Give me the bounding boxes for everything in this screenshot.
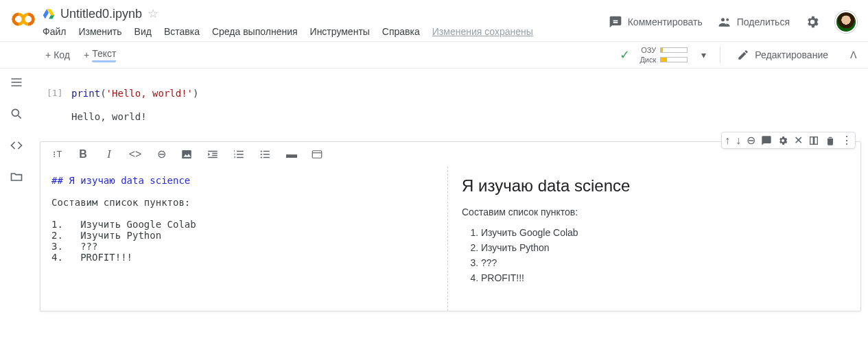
divider [720, 47, 720, 63]
md-heading-line: ## Я изучаю data science [51, 175, 190, 186]
indent-icon[interactable] [207, 148, 220, 161]
cell-action-bar: ↑ ↓ ⊖ ✕ ⋮ [721, 132, 856, 149]
plus-icon: + [45, 49, 51, 60]
toc-icon[interactable] [10, 75, 23, 89]
runtime-dropdown[interactable]: ▾ [694, 49, 713, 60]
horizontal-rule-icon[interactable]: ▬ [285, 148, 298, 161]
preview-heading: Я изучаю data science [462, 176, 847, 196]
menu-help[interactable]: Справка [382, 26, 420, 37]
menu-insert[interactable]: Вставка [164, 26, 200, 37]
cell-prompt: [1] [47, 88, 71, 99]
svg-rect-10 [810, 137, 814, 144]
ram-label: ОЗУ [641, 46, 656, 54]
share-label: Поделиться [737, 16, 790, 27]
menu-bar: Файл Изменить Вид Вставка Среда выполнен… [43, 23, 609, 37]
colab-logo [11, 7, 36, 32]
star-icon[interactable]: ☆ [148, 6, 159, 21]
svg-point-8 [726, 19, 729, 21]
menu-runtime[interactable]: Среда выполнения [212, 26, 298, 37]
ram-bar [660, 47, 688, 53]
title-area: Untitled0.ipynb ☆ Файл Изменить Вид Вста… [43, 4, 609, 37]
preview-paragraph: Составим список пунктов: [462, 206, 847, 217]
insert-link-icon[interactable]: ⊖ [154, 147, 168, 161]
markdown-preview: Я изучаю data science Составим список пу… [448, 167, 860, 311]
link-cell-icon[interactable]: ⊖ [747, 134, 755, 147]
resource-meter[interactable]: ОЗУ Диск [640, 46, 688, 64]
more-cell-icon[interactable]: ⋮ [841, 134, 852, 147]
share-button[interactable]: Поделиться [718, 15, 790, 29]
add-comment-icon[interactable] [761, 134, 772, 147]
snippets-icon[interactable] [10, 139, 23, 152]
avatar[interactable] [835, 11, 857, 33]
settings-button[interactable] [805, 14, 820, 29]
left-rail [0, 69, 33, 343]
add-text-button[interactable]: + Текст [77, 44, 123, 67]
add-code-button[interactable]: + Код [38, 45, 77, 64]
list-item: PROFIT!!! [481, 272, 847, 283]
mirror-cell-icon[interactable] [808, 134, 819, 147]
svg-point-15 [261, 153, 262, 154]
md-para-line: Составим список пунктов: [51, 197, 190, 208]
cell-settings-icon[interactable] [777, 134, 788, 147]
add-code-label: Код [54, 49, 70, 60]
add-text-label: Текст [92, 48, 116, 62]
md-list-item: 1. Изучить Google Colab [51, 219, 196, 230]
code-format-icon[interactable]: <> [128, 148, 142, 161]
workspace: [1] print('Hello, world!') Hello, world!… [0, 69, 868, 343]
move-up-icon[interactable]: ↑ [725, 134, 730, 147]
move-down-icon[interactable]: ↓ [736, 134, 741, 147]
md-list-item: 3. ??? [51, 241, 97, 252]
menu-edit[interactable]: Изменить [78, 26, 121, 37]
svg-rect-12 [182, 150, 191, 158]
edit-cell-icon[interactable]: ✕ [794, 134, 803, 147]
bold-icon[interactable]: B [76, 148, 90, 161]
md-list-item: 2. Изучить Python [51, 230, 161, 241]
list-item: Изучить Python [481, 242, 847, 253]
menu-view[interactable]: Вид [134, 26, 152, 37]
notebook-toolbar: + Код + Текст ✓ ОЗУ Диск ▾ Редактировани… [0, 41, 868, 69]
list-item: Изучить Google Colab [481, 227, 847, 238]
connected-check-icon: ✓ [620, 47, 630, 62]
editing-label: Редактирование [755, 49, 828, 60]
editing-mode-button[interactable]: Редактирование [727, 49, 838, 61]
menu-file[interactable]: Файл [43, 26, 66, 37]
heading-toggle-icon[interactable]: ⫶T [50, 149, 64, 159]
token-function: print [71, 88, 100, 99]
drive-icon [43, 8, 55, 20]
app-header: Untitled0.ipynb ☆ Файл Изменить Вид Вста… [0, 0, 868, 41]
search-icon[interactable] [10, 107, 23, 121]
token-string: 'Hello, world!' [106, 88, 193, 99]
doc-title[interactable]: Untitled0.ipynb [60, 7, 142, 21]
code-cell[interactable]: [1] print('Hello, world!') [40, 85, 861, 102]
preview-toggle-icon[interactable] [311, 148, 325, 161]
preview-list: Изучить Google Colab Изучить Python ??? … [462, 227, 847, 283]
comment-label: Комментировать [628, 16, 703, 27]
gear-icon [805, 14, 820, 29]
menu-tools[interactable]: Инструменты [310, 26, 370, 37]
plus-icon: + [84, 49, 89, 60]
autosave-status[interactable]: Изменения сохранены [432, 26, 533, 37]
text-cell: ↑ ↓ ⊖ ✕ ⋮ ⫶T B I <> ⊖ [40, 141, 861, 311]
disk-bar [660, 57, 688, 62]
insert-image-icon[interactable] [180, 148, 194, 161]
svg-rect-17 [312, 150, 322, 158]
svg-marker-5 [49, 15, 54, 19]
delete-cell-icon[interactable] [825, 134, 836, 147]
cell-output: Hello, world! [40, 102, 861, 134]
list-item: ??? [481, 257, 847, 268]
svg-point-7 [721, 18, 725, 21]
pencil-icon [737, 49, 749, 61]
comment-button[interactable]: Комментировать [609, 15, 703, 29]
numbered-list-icon[interactable] [233, 148, 246, 161]
svg-point-9 [12, 109, 19, 116]
files-icon[interactable] [10, 170, 23, 184]
markdown-body: ## Я изучаю data science Составим список… [40, 167, 860, 311]
header-actions: Комментировать Поделиться [609, 11, 857, 33]
notebook-area: [1] print('Hello, world!') Hello, world!… [33, 69, 868, 343]
comment-icon [609, 15, 622, 29]
md-list-item: 4. PROFIT!!! [51, 252, 132, 263]
italic-icon[interactable]: I [102, 148, 116, 161]
markdown-source[interactable]: ## Я изучаю data science Составим список… [40, 167, 448, 311]
collapse-header-button[interactable]: ᐱ [845, 49, 863, 60]
bulleted-list-icon[interactable] [259, 148, 272, 161]
